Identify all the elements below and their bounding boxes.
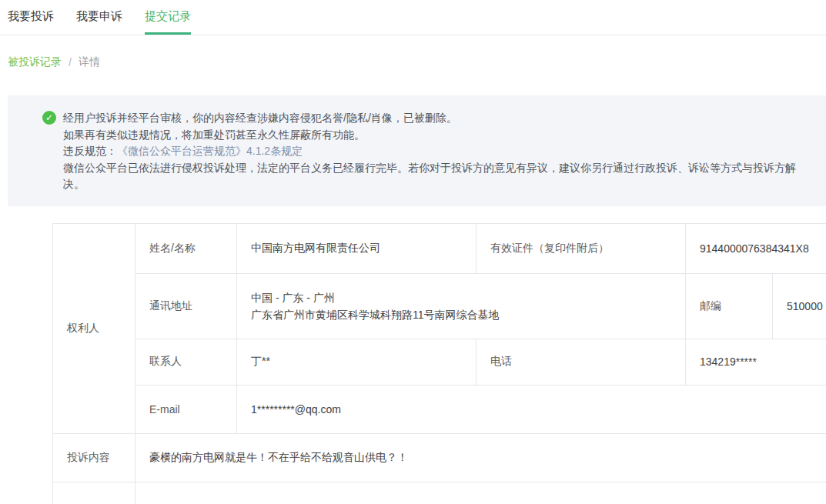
name-value: 中国南方电网有限责任公司 — [237, 223, 477, 273]
violation-prefix: 违反规范： — [63, 145, 117, 157]
notice-line-3: 违反规范：《微信公众平台运营规范》4.1.2条规定 — [63, 143, 815, 160]
complaint-account-label: 投诉账号 — [53, 482, 135, 504]
tab-make-appeal[interactable]: 我要申诉 — [76, 9, 122, 34]
tab-submission-records[interactable]: 提交记录 — [145, 9, 191, 35]
table-row-complaint-content: 投诉内容 豪横的南方电网就是牛！不在乎给不给观音山供电？！ — [53, 433, 826, 482]
tab-make-complaint[interactable]: 我要投诉 — [8, 9, 54, 34]
certificate-label: 有效证件（复印件附后） — [477, 223, 686, 273]
notice-line-2: 如果再有类似违规情况，将加重处罚甚至永久性屏蔽所有功能。 — [63, 127, 815, 144]
address-value: 中国 - 广东 - 广州 广东省广州市黄埔区科学城科翔路11号南网综合基地 — [237, 273, 686, 339]
operation-rules-link[interactable]: 《微信公众平台运营规范》4.1.2条规定 — [117, 145, 303, 157]
contact-label: 联系人 — [135, 339, 237, 385]
table-row-name: 权利人 姓名/名称 中国南方电网有限责任公司 有效证件（复印件附后） 91440… — [53, 223, 826, 273]
address-line-1: 中国 - 广东 - 广州 — [251, 289, 677, 306]
notice-line-1: 经用户投诉并经平台审核，你的内容经查涉嫌内容侵犯名誉/隐私/肖像，已被删除。 — [63, 110, 815, 127]
breadcrumb-complained-records-link[interactable]: 被投诉记录 — [8, 55, 62, 69]
address-line-2: 广东省广州市黄埔区科学城科翔路11号南网综合基地 — [251, 306, 677, 323]
certificate-value: 9144000076384341X8 — [686, 223, 826, 273]
table-row-complaint-account: 投诉账号 法讯独家（faxunw_com） — [53, 482, 826, 504]
postcode-label: 邮编 — [686, 273, 773, 339]
breadcrumb-separator: / — [69, 56, 72, 68]
review-result-notice: ✓ 经用户投诉并经平台审核，你的内容经查涉嫌内容侵犯名誉/隐私/肖像，已被删除。… — [8, 95, 826, 206]
postcode-value: 510000 — [773, 273, 826, 339]
complaint-content-value: 豪横的南方电网就是牛！不在乎给不给观音山供电？！ — [135, 433, 826, 482]
address-label: 通讯地址 — [135, 273, 237, 339]
rights-holder-label: 权利人 — [53, 223, 135, 433]
complaint-account-value: 法讯独家（faxunw_com） — [135, 482, 826, 504]
check-circle-icon: ✓ — [42, 111, 56, 125]
phone-value: 134219***** — [686, 339, 826, 385]
complaint-content-label: 投诉内容 — [53, 433, 135, 482]
table-row-contact: 联系人 丁** 电话 134219***** — [53, 339, 826, 385]
contact-value: 丁** — [237, 339, 477, 385]
table-row-address: 通讯地址 中国 - 广东 - 广州 广东省广州市黄埔区科学城科翔路11号南网综合… — [53, 273, 826, 339]
name-label: 姓名/名称 — [135, 223, 237, 273]
breadcrumb-current-detail: 详情 — [79, 55, 100, 69]
breadcrumb: 被投诉记录 / 详情 — [8, 55, 826, 69]
table-row-email: E-mail 1*********@qq.com — [53, 385, 826, 433]
complaint-detail-table: 权利人 姓名/名称 中国南方电网有限责任公司 有效证件（复印件附后） 91440… — [52, 223, 826, 504]
email-label: E-mail — [135, 385, 237, 433]
phone-label: 电话 — [477, 339, 686, 385]
email-value: 1*********@qq.com — [237, 385, 826, 433]
notice-line-4: 微信公众平台已依法进行侵权投诉处理，法定的平台义务已经履行完毕。若你对于投诉方的… — [63, 160, 815, 193]
top-tab-bar: 我要投诉 我要申诉 提交记录 — [0, 0, 826, 35]
complaint-detail-table-wrap: 权利人 姓名/名称 中国南方电网有限责任公司 有效证件（复印件附后） 91440… — [52, 223, 826, 504]
